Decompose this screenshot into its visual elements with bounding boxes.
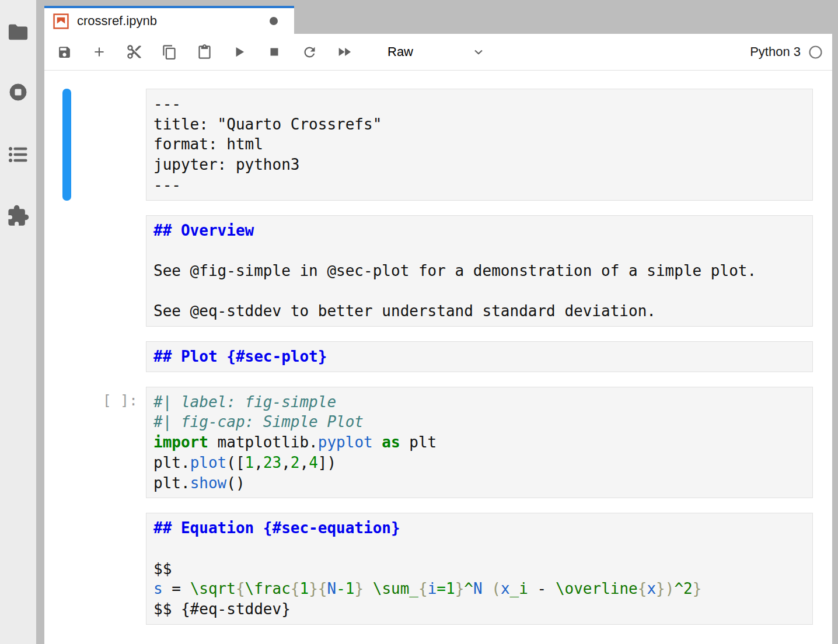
run-cell-button[interactable] xyxy=(229,41,250,62)
cell-editor[interactable]: ## Equation {#sec-equation} $$s = \sqrt{… xyxy=(146,513,813,625)
cut-cells-button[interactable] xyxy=(124,41,145,62)
cell-type-dropdown[interactable]: Raw xyxy=(387,44,486,60)
cell-execution-prompt: [ ]: xyxy=(44,387,146,499)
tab-crossref-ipynb[interactable]: crossref.ipynb xyxy=(44,6,294,34)
tab-title: crossref.ipynb xyxy=(77,13,157,29)
toc-list-icon xyxy=(8,145,29,167)
notebook-cell-markdown: ## Overview See @fig-simple in @sec-plot… xyxy=(44,215,832,327)
sidebar-item-table-of-contents[interactable] xyxy=(0,143,36,169)
cell-editor[interactable]: ## Overview See @fig-simple in @sec-plot… xyxy=(146,215,813,327)
notebook-panel: ---title: "Quarto Crossrefs"format: html… xyxy=(44,71,832,644)
kernel-indicator[interactable]: Python 3 xyxy=(750,44,826,60)
plus-icon xyxy=(92,44,107,60)
sidebar-item-running-sessions[interactable] xyxy=(0,80,36,106)
unsaved-changes-dot[interactable] xyxy=(270,17,278,25)
run-all-cells-button[interactable] xyxy=(334,41,355,62)
cell-editor[interactable]: ## Plot {#sec-plot} xyxy=(146,341,813,372)
cell-execution-prompt xyxy=(44,89,146,201)
clipboard-paste-icon xyxy=(197,44,212,60)
chevron-down-icon xyxy=(472,45,486,59)
paste-cells-button[interactable] xyxy=(194,41,215,62)
cell-collapser[interactable] xyxy=(62,513,71,625)
cell-collapser[interactable] xyxy=(62,387,71,499)
folder-icon xyxy=(8,23,29,43)
main-dock-panel: crossref.ipynb xyxy=(44,0,832,644)
cell-execution-prompt xyxy=(44,513,146,625)
kernel-status-idle-icon xyxy=(808,45,823,60)
sidebar-item-file-browser[interactable] xyxy=(0,20,36,46)
copy-cells-button[interactable] xyxy=(159,41,180,62)
puzzle-extension-icon xyxy=(7,205,29,229)
cell-collapser[interactable] xyxy=(62,89,71,201)
notebook-cell-markdown: ## Plot {#sec-plot} xyxy=(44,341,832,372)
interrupt-kernel-button[interactable] xyxy=(264,41,285,62)
insert-cell-button[interactable] xyxy=(89,41,110,62)
cell-type-value: Raw xyxy=(387,44,413,60)
notebook-toolbar: Raw Python 3 xyxy=(44,34,832,71)
notebook-file-icon xyxy=(53,13,69,29)
cell-editor[interactable]: #| label: fig-simple#| fig-cap: Simple P… xyxy=(146,387,813,499)
kernel-name: Python 3 xyxy=(750,44,801,60)
tab-bar: crossref.ipynb xyxy=(44,0,832,34)
save-button[interactable] xyxy=(54,41,75,62)
notebook-cell-markdown: ## Equation {#sec-equation} $$s = \sqrt{… xyxy=(44,513,832,625)
stop-square-icon xyxy=(267,45,281,59)
restart-kernel-button[interactable] xyxy=(299,41,320,62)
copy-icon xyxy=(162,44,177,60)
run-play-icon xyxy=(232,44,247,60)
cell-execution-prompt xyxy=(44,341,146,372)
running-kernels-icon xyxy=(7,81,29,106)
fast-forward-icon xyxy=(336,44,352,60)
notebook-cells: ---title: "Quarto Crossrefs"format: html… xyxy=(44,89,832,625)
left-sidebar xyxy=(0,0,36,644)
cell-collapser[interactable] xyxy=(62,215,71,327)
restart-refresh-icon xyxy=(302,44,317,60)
scissors-icon xyxy=(126,44,142,60)
cell-collapser[interactable] xyxy=(62,341,71,372)
cell-editor[interactable]: ---title: "Quarto Crossrefs"format: html… xyxy=(146,89,813,201)
notebook-cell-raw: ---title: "Quarto Crossrefs"format: html… xyxy=(44,89,832,201)
notebook-cell-code: [ ]:#| label: fig-simple#| fig-cap: Simp… xyxy=(44,387,832,499)
cell-execution-prompt xyxy=(44,215,146,327)
save-icon xyxy=(57,45,72,60)
sidebar-item-extension-manager[interactable] xyxy=(0,204,36,230)
